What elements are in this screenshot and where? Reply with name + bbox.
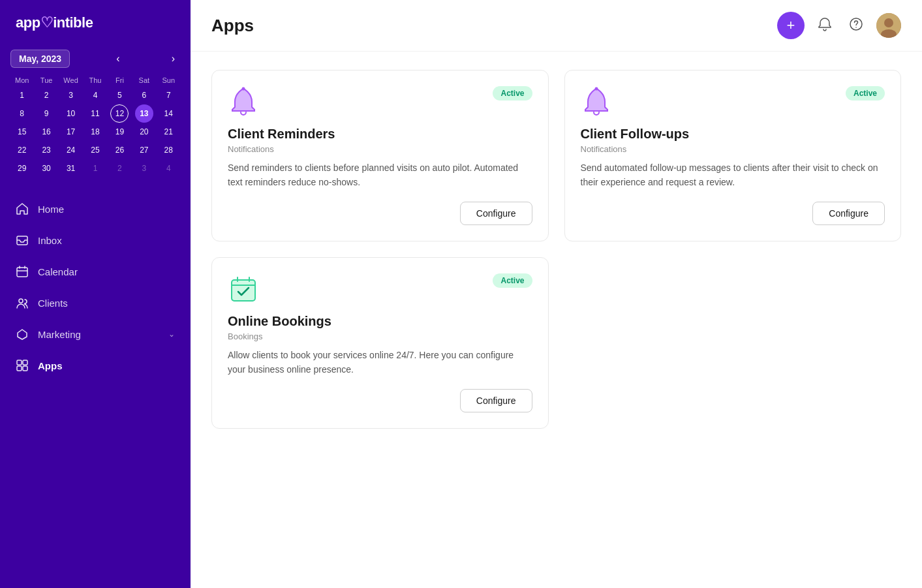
cal-day-1[interactable]: 1 <box>13 86 31 104</box>
app-card-online-bookings: Active Online Bookings Bookings Allow cl… <box>211 257 549 429</box>
followups-name: Client Follow-ups <box>581 127 885 142</box>
cal-day-next-1[interactable]: 1 <box>86 159 104 178</box>
cal-day-17[interactable]: 17 <box>62 123 80 141</box>
cal-day-27[interactable]: 27 <box>135 141 153 159</box>
sidebar-item-inbox[interactable]: Inbox <box>0 224 191 256</box>
day-header-sun: Sun <box>157 74 180 86</box>
cal-day-13[interactable]: 13 <box>135 104 153 123</box>
sidebar-label-apps: Apps <box>38 360 63 371</box>
marketing-icon <box>16 328 29 341</box>
cal-day-24[interactable]: 24 <box>62 141 80 159</box>
svg-rect-5 <box>17 366 22 371</box>
day-header-sat: Sat <box>132 74 155 86</box>
day-header-tue: Tue <box>35 74 57 86</box>
card-top-reminders: Active <box>228 86 532 117</box>
help-button[interactable] <box>845 13 867 39</box>
bookings-status-badge: Active <box>493 273 532 288</box>
reminders-name: Client Reminders <box>228 127 532 142</box>
cal-day-22[interactable]: 22 <box>13 141 31 159</box>
sidebar-item-calendar[interactable]: Calendar <box>0 256 191 287</box>
apps-icon <box>16 359 29 372</box>
cal-day-7[interactable]: 7 <box>159 86 177 104</box>
bookings-footer: Configure <box>228 389 532 412</box>
cal-day-28[interactable]: 28 <box>159 141 177 159</box>
cal-day-29[interactable]: 29 <box>13 159 31 178</box>
apps-content: Active Client Reminders Notifications Se… <box>191 52 922 447</box>
cal-day-next-2[interactable]: 2 <box>110 159 129 178</box>
user-avatar[interactable] <box>876 13 901 38</box>
cal-day-6[interactable]: 6 <box>135 86 153 104</box>
cal-day-5[interactable]: 5 <box>110 86 129 104</box>
calendar-grid: Mon Tue Wed Thu Fri Sat Sun 1 2 3 4 5 6 … <box>10 74 180 178</box>
followups-configure-button[interactable]: Configure <box>812 202 885 225</box>
cal-day-21[interactable]: 21 <box>159 123 177 141</box>
reminders-category: Notifications <box>228 144 532 154</box>
sidebar-label-inbox: Inbox <box>38 235 62 246</box>
calendar-next-button[interactable]: › <box>166 50 180 67</box>
svg-point-10 <box>884 18 893 27</box>
logo[interactable]: app♡intible <box>0 0 191 43</box>
calendar-week-5: 29 30 31 1 2 3 4 <box>10 159 180 178</box>
calendar-week-4: 22 23 24 25 26 27 28 <box>10 141 180 159</box>
cal-day-19[interactable]: 19 <box>110 123 129 141</box>
svg-point-8 <box>855 27 857 28</box>
bookings-configure-button[interactable]: Configure <box>460 389 532 412</box>
sidebar: app♡intible May, 2023 ‹ › Mon Tue Wed Th… <box>0 0 191 588</box>
apps-grid: Active Client Reminders Notifications Se… <box>211 70 901 429</box>
cal-day-15[interactable]: 15 <box>13 123 31 141</box>
cal-day-2[interactable]: 2 <box>37 86 55 104</box>
sidebar-item-apps[interactable]: Apps <box>0 350 191 381</box>
cal-day-18[interactable]: 18 <box>86 123 104 141</box>
marketing-expand-icon: ⌄ <box>168 330 175 339</box>
card-top-followups: Active <box>581 86 885 117</box>
sidebar-item-home[interactable]: Home <box>0 193 191 224</box>
reminders-configure-button[interactable]: Configure <box>460 202 532 225</box>
cal-day-next-3[interactable]: 3 <box>135 159 153 178</box>
clients-icon <box>16 296 29 309</box>
cal-day-26[interactable]: 26 <box>110 141 129 159</box>
cal-day-12[interactable]: 12 <box>110 104 129 123</box>
cal-day-4[interactable]: 4 <box>86 86 104 104</box>
app-card-client-followups: Active Client Follow-ups Notifications S… <box>564 70 902 241</box>
cal-day-11[interactable]: 11 <box>86 104 104 123</box>
sidebar-item-marketing[interactable]: Marketing ⌄ <box>0 318 191 350</box>
sidebar-item-clients[interactable]: Clients <box>0 287 191 318</box>
bookings-name: Online Bookings <box>228 314 532 329</box>
logo-text: app♡intible <box>16 14 93 31</box>
bookings-category: Bookings <box>228 332 532 341</box>
cal-day-20[interactable]: 20 <box>135 123 153 141</box>
calendar-month-label: May, 2023 <box>10 50 70 68</box>
svg-point-12 <box>242 87 245 91</box>
cal-day-9[interactable]: 9 <box>37 104 55 123</box>
cal-day-3[interactable]: 3 <box>62 86 80 104</box>
svg-point-2 <box>19 299 23 303</box>
svg-rect-4 <box>23 360 27 365</box>
cal-day-14[interactable]: 14 <box>159 104 177 123</box>
calendar-icon <box>16 265 29 278</box>
notifications-button[interactable] <box>814 13 836 39</box>
cal-day-23[interactable]: 23 <box>37 141 55 159</box>
followups-description: Send automated follow-up messages to cli… <box>581 161 885 190</box>
sidebar-label-calendar: Calendar <box>38 266 78 277</box>
cal-day-16[interactable]: 16 <box>37 123 55 141</box>
calendar-header: May, 2023 ‹ › <box>10 50 180 68</box>
cal-day-next-4[interactable]: 4 <box>159 159 177 178</box>
cal-day-31[interactable]: 31 <box>62 159 80 178</box>
calendar-prev-button[interactable]: ‹ <box>111 50 125 67</box>
cal-day-10[interactable]: 10 <box>62 104 80 123</box>
cal-day-8[interactable]: 8 <box>13 104 31 123</box>
add-button[interactable]: + <box>777 12 805 39</box>
bell-purple-icon <box>228 86 259 117</box>
svg-rect-1 <box>17 268 27 277</box>
main-content: Apps + <box>191 0 922 588</box>
bell-purple-followups-icon <box>581 86 612 117</box>
reminders-description: Send reminders to clients before planned… <box>228 161 532 190</box>
sidebar-label-marketing: Marketing <box>38 329 81 340</box>
followups-footer: Configure <box>581 202 885 225</box>
day-header-wed: Wed <box>59 74 82 86</box>
main-header: Apps + <box>191 0 922 52</box>
sidebar-nav: Home Inbox Calendar <box>0 188 191 588</box>
cal-day-30[interactable]: 30 <box>37 159 55 178</box>
cal-day-25[interactable]: 25 <box>86 141 104 159</box>
followups-category: Notifications <box>581 144 885 154</box>
